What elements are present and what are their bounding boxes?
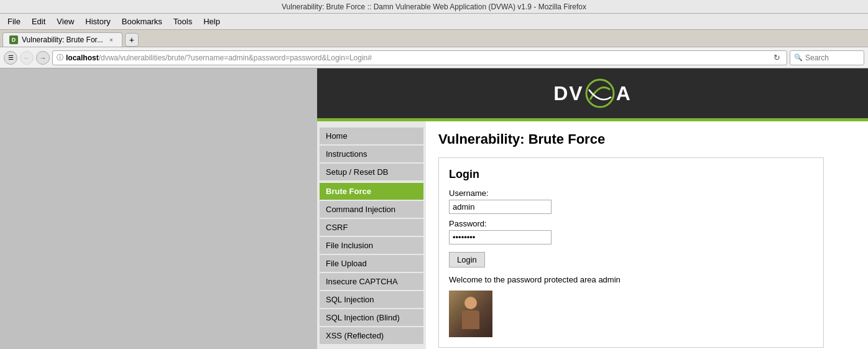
sidebar-item-setup[interactable]: Setup / Reset DB (320, 164, 423, 180)
menu-view[interactable]: View (52, 16, 79, 27)
active-tab[interactable]: D Vulnerability: Brute For... × (2, 32, 122, 47)
main-content: Vulnerability: Brute Force Login Usernam… (426, 121, 868, 349)
sidebar-section-vulns: Brute Force Command Injection CSRF File … (317, 183, 426, 344)
menu-file[interactable]: File (2, 16, 25, 27)
address-input-wrapper[interactable]: ⓘ localhost/dvwa/vulnerabilities/brute/?… (52, 50, 787, 65)
sidebar-item-brute-force[interactable]: Brute Force (320, 183, 423, 200)
menu-history[interactable]: History (80, 16, 115, 27)
menu-bookmarks[interactable]: Bookmarks (117, 16, 167, 27)
address-bar: ☰ ← → ⓘ localhost/dvwa/vulnerabilities/b… (0, 47, 868, 68)
title-bar: Vulnerability: Brute Force :: Damn Vulne… (0, 0, 868, 14)
menu-bar: File Edit View History Bookmarks Tools H… (0, 14, 868, 30)
profile-button[interactable]: ☰ (4, 51, 17, 65)
dvwa-logo: DV A (553, 77, 632, 109)
person-silhouette (458, 297, 483, 331)
sidebar-item-insecure-captcha[interactable]: Insecure CAPTCHA (320, 273, 423, 290)
person-head (464, 297, 477, 309)
url-host: localhost (66, 54, 99, 62)
new-tab-button[interactable]: + (125, 33, 139, 47)
login-box: Login Username: Password: Login Welcome … (438, 157, 824, 348)
search-box[interactable]: 🔍 (790, 50, 864, 65)
welcome-text: Welcome to the password protected area a… (449, 275, 813, 284)
tab-favicon: D (9, 35, 18, 44)
search-icon: 🔍 (794, 54, 803, 62)
sidebar-item-home[interactable]: Home (320, 128, 423, 144)
username-input[interactable] (449, 200, 552, 214)
tab-close-button[interactable]: × (107, 35, 116, 44)
address-url: localhost/dvwa/vulnerabilities/brute/?us… (66, 54, 768, 62)
title-text: Vulnerability: Brute Force :: Damn Vulne… (282, 2, 586, 11)
url-path: /dvwa/vulnerabilities/brute/?username=ad… (99, 54, 372, 62)
tab-label: Vulnerability: Brute For... (22, 35, 103, 44)
page-title: Vulnerability: Brute Force (438, 131, 856, 147)
sidebar-item-sql-injection-blind[interactable]: SQL Injection (Blind) (320, 309, 423, 326)
sidebar-item-xss-reflected[interactable]: XSS (Reflected) (320, 327, 423, 344)
svg-point-0 (586, 80, 614, 107)
password-label: Password: (449, 219, 813, 228)
menu-edit[interactable]: Edit (27, 16, 50, 27)
info-icon: ⓘ (57, 53, 63, 62)
dvwa-header: DV A (317, 68, 868, 118)
user-image (449, 291, 492, 337)
sidebar-item-sql-injection[interactable]: SQL Injection (320, 291, 423, 308)
content-area: Home Instructions Setup / Reset DB Brute… (317, 121, 868, 349)
forward-button[interactable]: → (36, 51, 50, 65)
tab-bar: D Vulnerability: Brute For... × + (0, 30, 868, 47)
sidebar-item-instructions[interactable]: Instructions (320, 146, 423, 162)
reload-button[interactable]: ↻ (770, 52, 783, 64)
dvwa-logo-text2: A (616, 82, 632, 105)
page-wrapper: DV A Home Instructions Setup / Reset DB (0, 68, 868, 349)
menu-tools[interactable]: Tools (169, 16, 197, 27)
menu-help[interactable]: Help (198, 16, 225, 27)
search-input[interactable] (805, 54, 855, 62)
login-title: Login (449, 168, 813, 181)
right-panel: DV A Home Instructions Setup / Reset DB (317, 68, 868, 349)
sidebar-item-command-injection[interactable]: Command Injection (320, 201, 423, 218)
sidebar-section-main: Home Instructions Setup / Reset DB (317, 128, 426, 180)
dvwa-swoosh-icon (584, 77, 616, 109)
left-panel (0, 68, 317, 349)
sidebar-item-file-inclusion[interactable]: File Inclusion (320, 237, 423, 254)
password-input[interactable] (449, 230, 552, 244)
person-body (462, 310, 479, 329)
sidebar: Home Instructions Setup / Reset DB Brute… (317, 121, 426, 349)
back-button[interactable]: ← (20, 51, 34, 65)
sidebar-item-csrf[interactable]: CSRF (320, 219, 423, 236)
login-button[interactable]: Login (449, 252, 485, 268)
dvwa-logo-text: DV (553, 82, 583, 105)
username-label: Username: (449, 188, 813, 198)
sidebar-item-file-upload[interactable]: File Upload (320, 255, 423, 272)
